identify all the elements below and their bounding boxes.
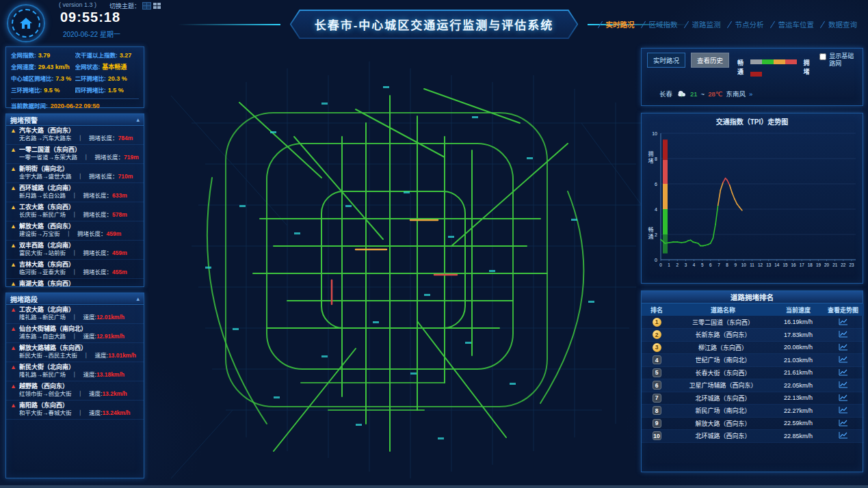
svg-text:10: 10	[741, 262, 747, 267]
trend-cell	[822, 354, 864, 367]
stat-value: 基本畅通	[102, 62, 127, 71]
road-name-cell: 新民广场（南向北）	[672, 405, 774, 418]
svg-text:8: 8	[726, 262, 728, 267]
alert-detail-row: 新月路→长白公路 ｜ 拥堵长度：633m	[10, 192, 140, 200]
collapse-arrow-icon[interactable]: ▴	[136, 117, 140, 123]
svg-text:21: 21	[832, 262, 838, 267]
speed-cell: 17.83km/h	[774, 329, 822, 342]
bottom-scrollbar[interactable]	[0, 485, 868, 488]
speed-cell: 22.27km/h	[774, 405, 822, 418]
congestion-ranking-panel: 道路拥堵排名 排名道路名称当前速度查看走势图 1三零二国道（东向西）16.19k…	[641, 290, 863, 472]
list-item[interactable]: ▲工农大路（东向西）长庆街→新民广场 ｜ 拥堵长度：578m	[6, 202, 144, 221]
table-row: 8新民广场（南向北）22.27km/h	[642, 405, 864, 418]
trend-cell	[822, 405, 864, 418]
nav-item-营运车位置[interactable]: 营运车位置	[771, 18, 819, 31]
list-item[interactable]: ▲越野路（西向东）红领巾街→创业大街 ｜ 速度:13.2km/h	[6, 381, 144, 401]
alert-road-row: ▲新民大街（北向南）	[10, 364, 140, 371]
weather-more-link[interactable]: »	[749, 90, 752, 98]
warning-triangle-icon: ▲	[10, 403, 16, 409]
temp-low: 21	[690, 90, 698, 98]
svg-text:12: 12	[758, 262, 763, 267]
svg-text:14: 14	[774, 262, 780, 267]
list-item[interactable]: ▲新民大街（北向南）隆礼路→新民广场 ｜ 速度:13.18km/h	[6, 362, 144, 381]
trend-chart-icon[interactable]	[839, 330, 848, 339]
list-item[interactable]: ▲新明街（南向北）金宇大路→盛世大路 ｜ 拥堵长度：710m	[6, 164, 144, 183]
alert-value: 13.24km/h	[102, 409, 130, 416]
list-item[interactable]: ▲南阳路（东向西）和平大街→春城大街 ｜ 速度:13.24km/h	[6, 401, 144, 420]
alert-road-name: 解放大路辅路（东向西）	[19, 344, 87, 352]
trend-chart-icon[interactable]	[839, 431, 848, 440]
trend-chart-icon[interactable]	[839, 381, 848, 390]
trend-chart-icon[interactable]	[839, 394, 848, 403]
legend-color-swatch	[750, 72, 762, 77]
version-label: ( version 1.3 )	[59, 1, 96, 8]
alert-road-name: 吉林大路（东向西）	[19, 261, 75, 269]
alert-road-name: 工农大路（北向南）	[19, 306, 75, 314]
temp-separator: ~	[701, 90, 705, 98]
home-button[interactable]	[7, 4, 45, 42]
road-name-cell: 世纪广场（南向北）	[672, 354, 774, 367]
nav-item-实时路况[interactable]: 实时路况	[599, 18, 639, 31]
show-base-network-checkbox[interactable]: 显示基础路网	[819, 53, 857, 68]
alert-road-name: 解放大路（西向东）	[19, 223, 75, 230]
list-item[interactable]: ▲一零二国道（东向西）一零一省道→东荣大路 ｜ 拥堵长度：719m	[6, 145, 144, 164]
svg-text:3: 3	[685, 262, 687, 267]
alert-road-row: ▲吉林大路（东向西）	[10, 261, 140, 269]
trend-chart-icon[interactable]	[839, 318, 848, 327]
alert-road-name: 双丰西路（北向南）	[19, 242, 75, 249]
logo-ring	[12, 9, 40, 38]
alert-detail-row: 隆礼路→新民广场 ｜ 速度:12.01km/h	[10, 314, 140, 321]
column-header: 当前速度	[774, 303, 822, 316]
stat-cell: 全网速度:29.43 km/h	[11, 62, 75, 74]
warning-triangle-icon: ▲	[10, 128, 16, 134]
alert-road-row: ▲解放大路辅路（东向西）	[10, 344, 140, 352]
nav-item-数据查询[interactable]: 数据查询	[821, 18, 861, 31]
tab-history[interactable]: 查看历史	[691, 53, 729, 68]
congested-sections-list: ▲工农大路（北向南）隆礼路→新民广场 ｜ 速度:12.01km/h▲仙台大街辅路…	[6, 305, 144, 478]
rank-badge: 7	[653, 394, 661, 403]
collapse-arrow-icon[interactable]: ▴	[136, 296, 140, 302]
list-item[interactable]: ▲仙台大街辅路（南向北）浦东路→自由大路 ｜ 速度:12.91km/h	[6, 324, 144, 343]
tab-realtime[interactable]: 实时路况	[647, 53, 685, 68]
list-item[interactable]: ▲解放大路（西向东）建设街→万宝街 ｜ 拥堵长度：459m	[6, 221, 144, 241]
list-item[interactable]: ▲工农大路（北向南）隆礼路→新民广场 ｜ 速度:12.01km/h	[6, 305, 144, 324]
congested-sections-title: 拥堵路段	[10, 294, 38, 304]
wind-direction: 东南风	[726, 89, 746, 98]
stat-cell: 二环拥堵比:20.3 %	[75, 74, 140, 85]
svg-text:4: 4	[655, 207, 657, 212]
list-item[interactable]: ▲汽车大路（西向东）无名路→汽车大路东 ｜ 拥堵长度：784m	[6, 126, 144, 145]
alert-road-name: 工农大路（东向西）	[19, 204, 75, 211]
stat-label: 三环拥堵比:	[11, 85, 42, 94]
main-nav: 实时路况区域指数道路监测节点分析营运车位置数据查询	[599, 18, 862, 31]
table-row: 5长春大街（东向西）21.61km/h	[642, 366, 864, 379]
alert-detail-row: 金宇大路→盛世大路 ｜ 拥堵长度：710m	[10, 173, 140, 180]
list-item[interactable]: ▲南湖大路（东向西）南湖新村中街→南湖广场 ｜ 拥堵长度：458m	[6, 279, 144, 286]
trend-chart-icon[interactable]	[839, 406, 848, 415]
roadnet-controls-row: 实时路况 查看历史 畅通 拥堵 显示基础路网	[647, 53, 857, 79]
stat-label: 全网指数:	[11, 51, 36, 59]
nav-item-区域指数[interactable]: 区域指数	[642, 18, 682, 31]
trend-cell	[822, 316, 864, 329]
stat-label: 次干道以上指数:	[75, 51, 118, 59]
legend-color-swatch	[774, 59, 785, 64]
list-item[interactable]: ▲吉林大路（东向西）临河街→亚泰大街 ｜ 拥堵长度：455m	[6, 260, 144, 279]
trend-chart-icon[interactable]	[839, 368, 848, 377]
rank-cell: 7	[642, 392, 672, 405]
warning-triangle-icon: ▲	[10, 281, 16, 286]
warning-triangle-icon: ▲	[10, 262, 16, 268]
list-item[interactable]: ▲西环城路（北向南）新月路→长白公路 ｜ 拥堵长度：633m	[6, 183, 144, 202]
rank-badge: 5	[653, 368, 661, 377]
congested-sections-header: 拥堵路段 ▴	[6, 293, 144, 305]
nav-item-道路监测[interactable]: 道路监测	[685, 18, 725, 31]
nav-item-节点分析[interactable]: 节点分析	[728, 18, 768, 31]
checkbox-input[interactable]	[819, 53, 826, 60]
trend-chart-icon[interactable]	[839, 343, 848, 352]
list-item[interactable]: ▲解放大路辅路（东向西）新民大街→西民主大街 ｜ 速度:13.01km/h	[6, 343, 144, 362]
theme-dark-icon[interactable]	[143, 3, 150, 9]
list-item[interactable]: ▲双丰西路（北向南）富民大街→站前街 ｜ 拥堵长度：459m	[6, 241, 144, 260]
trend-chart-icon[interactable]	[839, 419, 848, 428]
theme-light-icon[interactable]	[153, 3, 161, 9]
trend-chart-icon[interactable]	[839, 355, 848, 364]
alert-value: 719m	[124, 154, 139, 161]
warning-triangle-icon: ▲	[10, 383, 16, 390]
